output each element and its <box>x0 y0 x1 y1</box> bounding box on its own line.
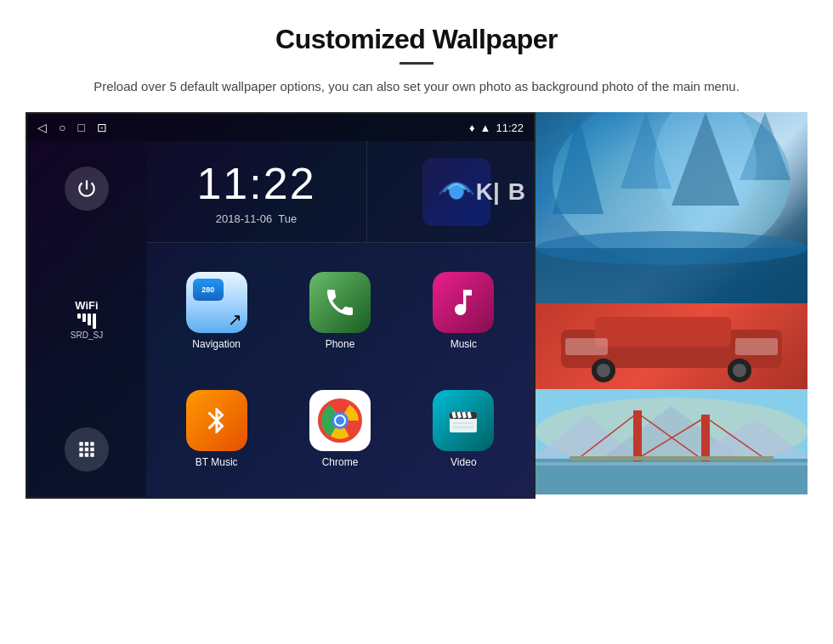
wifi-signal-bars <box>71 314 103 329</box>
chrome-icon <box>309 390 371 451</box>
wifi-info: WiFi SRD_SJ <box>71 299 103 340</box>
k-icon[interactable]: K| <box>476 178 500 206</box>
phone-icon <box>309 272 371 333</box>
video-svg <box>445 402 482 439</box>
app-video[interactable]: Video <box>402 370 525 489</box>
wifi-label: WiFi <box>71 299 103 312</box>
chrome-label: Chrome <box>322 456 359 468</box>
b-icon[interactable]: B <box>508 178 525 206</box>
music-label: Music <box>450 338 477 350</box>
bridge-svg <box>536 389 808 494</box>
chrome-svg <box>316 397 364 444</box>
svg-rect-30 <box>735 338 778 355</box>
clock-date: 2018-11-06 Tue <box>216 212 297 225</box>
device-screen: ◁ ○ □ ⊡ ♦ ▲ 11:22 WiFi <box>26 112 536 499</box>
screenshot-icon[interactable]: ⊡ <box>97 121 107 134</box>
status-right: ♦ ▲ 11:22 <box>469 121 524 134</box>
phone-inner <box>309 272 371 333</box>
location-icon: ♦ <box>469 121 475 134</box>
title-divider <box>400 62 434 65</box>
wifi-bar-4 <box>93 314 96 329</box>
app-phone[interactable]: Phone <box>278 251 401 370</box>
power-button[interactable] <box>65 167 109 211</box>
svg-point-26 <box>597 364 610 377</box>
car-strip <box>536 303 808 389</box>
svg-point-6 <box>336 416 344 425</box>
app-chrome[interactable]: Chrome <box>278 370 401 489</box>
apps-grid: 280 ↗ Navigation <box>146 243 534 497</box>
svg-rect-38 <box>633 410 642 461</box>
ice-svg <box>536 112 808 303</box>
day-value: Tue <box>278 212 297 225</box>
main-content: ◁ ○ □ ⊡ ♦ ▲ 11:22 WiFi <box>0 112 833 499</box>
wifi-bar-3 <box>88 314 91 325</box>
svg-point-28 <box>733 364 746 377</box>
nav-sign: 280 <box>193 279 224 301</box>
video-inner <box>433 390 494 451</box>
sidebar: WiFi SRD_SJ <box>27 141 146 497</box>
navigation-icon: 280 ↗ <box>186 272 247 333</box>
app-bt-music[interactable]: BT Music <box>155 370 278 489</box>
clock-time: 11:22 <box>196 158 315 209</box>
nav-arrow-icon: ↗ <box>228 309 242 330</box>
music-svg <box>446 285 480 319</box>
status-bar: ◁ ○ □ ⊡ ♦ ▲ 11:22 <box>27 114 534 141</box>
music-inner <box>433 272 494 333</box>
svg-rect-44 <box>570 456 774 460</box>
svg-rect-24 <box>595 317 731 347</box>
wifi-bar-2 <box>82 314 86 322</box>
wifi-bar-1 <box>77 314 81 319</box>
kb-area: K| B <box>468 141 534 243</box>
music-icon <box>433 272 494 333</box>
status-time: 11:22 <box>496 121 524 134</box>
wallpaper-panel: CarSetting <box>536 112 808 494</box>
bt-music-label: BT Music <box>196 456 238 468</box>
status-left: ◁ ○ □ ⊡ <box>37 121 107 134</box>
apps-icon <box>76 438 98 460</box>
wallpaper-ice-cave[interactable] <box>536 112 808 303</box>
power-icon <box>76 178 98 200</box>
video-label: Video <box>450 456 476 468</box>
bridge-bg: CarSetting <box>536 389 808 494</box>
svg-rect-39 <box>701 415 710 461</box>
recent-icon[interactable]: □ <box>77 121 84 134</box>
page-description: Preload over 5 default wallpaper options… <box>68 76 765 97</box>
wifi-ssid: SRD_SJ <box>71 330 103 340</box>
time-widget: 11:22 2018-11-06 Tue <box>146 141 367 243</box>
bt-music-icon <box>186 390 247 451</box>
nav-number: 280 <box>201 285 214 294</box>
bluetooth-svg <box>201 405 232 436</box>
app-music[interactable]: Music <box>402 251 525 370</box>
ice-cave-bg <box>536 112 808 303</box>
svg-point-22 <box>536 231 808 265</box>
navigation-label: Navigation <box>192 338 241 350</box>
video-icon <box>433 390 494 451</box>
page-title: Customized Wallpaper <box>68 24 765 55</box>
wifi-status-icon: ▲ <box>480 121 491 134</box>
app-navigation[interactable]: 280 ↗ Navigation <box>155 251 278 370</box>
wallpaper-car-setting[interactable]: CarSetting <box>536 303 808 494</box>
bt-inner <box>186 390 247 451</box>
phone-svg <box>323 285 357 319</box>
date-value: 2018-11-06 <box>216 212 273 225</box>
car-silhouette <box>544 304 799 389</box>
apps-button[interactable] <box>65 427 109 472</box>
phone-label: Phone <box>326 338 355 350</box>
back-icon[interactable]: ◁ <box>37 121 47 134</box>
svg-rect-29 <box>565 338 608 355</box>
home-icon[interactable]: ○ <box>59 121 65 134</box>
svg-rect-37 <box>536 462 808 466</box>
content-area: 11:22 2018-11-06 Tue <box>146 141 534 497</box>
page-header: Customized Wallpaper Preload over 5 defa… <box>0 0 833 112</box>
